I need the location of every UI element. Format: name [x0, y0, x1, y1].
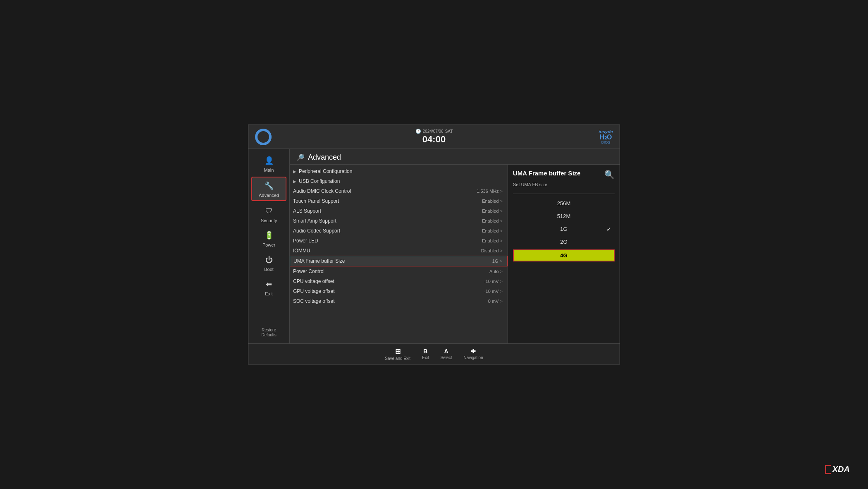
menu-item-als[interactable]: ALS Support Enabled — [290, 206, 508, 216]
exit-key: B — [423, 348, 427, 355]
sidebar-bottom: RestoreDefaults — [260, 325, 278, 340]
logo-circle — [255, 129, 272, 145]
option-label: 512M — [557, 213, 571, 219]
navigation-key: ✚ — [471, 348, 476, 355]
menu-item-value: Enabled — [482, 209, 503, 213]
select-key: A — [444, 348, 448, 355]
menu-item-power-control[interactable]: Power Control Auto — [290, 266, 508, 276]
menu-item-value: Enabled — [482, 228, 503, 233]
boot-icon: ⏻ — [263, 254, 275, 266]
menu-item-name: SOC voltage offset — [293, 298, 488, 304]
header: 🕐 2024/07/06 SAT 04:00 insyde H₂O BIOS — [248, 125, 620, 149]
section-title: Advanced — [308, 153, 341, 162]
menu-item-name: Smart Amp Support — [293, 218, 482, 224]
menu-item-soc-voltage[interactable]: SOC voltage offset 0 mV — [290, 296, 508, 306]
menu-item-name: UMA Frame buffer Size — [293, 258, 492, 264]
menu-item-name: USB Configuration — [299, 178, 503, 184]
menu-item-uma[interactable]: UMA Frame buffer Size 1G — [290, 256, 508, 266]
right-panel: UMA Frame buffer Size 🔍 Set UMA FB size … — [508, 165, 620, 343]
restore-defaults[interactable]: RestoreDefaults — [261, 328, 277, 338]
header-date: 🕐 2024/07/06 SAT — [415, 129, 453, 134]
sidebar-label-exit: Exit — [265, 291, 272, 296]
sidebar-item-power[interactable]: 🔋 Power — [251, 227, 286, 250]
security-icon: 🛡 — [263, 205, 275, 217]
logo-inner — [258, 131, 269, 143]
menu-item-usb[interactable]: ▶ USB Configuration — [290, 176, 508, 186]
sidebar-label-advanced: Advanced — [259, 193, 279, 198]
menu-item-value: 1G — [492, 259, 502, 264]
day-value: SAT — [445, 129, 453, 134]
menu-item-iommu[interactable]: IOMMU Disabled — [290, 246, 508, 256]
h2o-text: H₂O — [600, 134, 612, 141]
option-list: 256M 512M 1G ✓ 2G 4G — [513, 198, 615, 261]
header-center: 🕐 2024/07/06 SAT 04:00 — [415, 129, 453, 145]
menu-panel-split: ▶ Peripheral Configuration ▶ USB Configu… — [290, 165, 620, 343]
menu-item-smart-amp[interactable]: Smart Amp Support Enabled — [290, 216, 508, 226]
sidebar: 👤 Main 🔧 Advanced 🛡 Security 🔋 Power ⏻ B… — [248, 149, 290, 343]
option-1g[interactable]: 1G ✓ — [513, 224, 615, 234]
footer-save-exit[interactable]: ⊞ Save and Exit — [385, 348, 410, 361]
arrow-icon: ▶ — [293, 169, 296, 174]
sidebar-item-main[interactable]: 👤 Main — [251, 152, 286, 175]
sidebar-label-boot: Boot — [264, 267, 274, 272]
navigation-label: Navigation — [463, 355, 483, 360]
option-label: 4G — [560, 252, 567, 259]
option-4g[interactable]: 4G — [513, 249, 615, 261]
menu-item-value: Enabled — [482, 199, 503, 204]
option-256m[interactable]: 256M — [513, 198, 615, 209]
main-content: 👤 Main 🔧 Advanced 🛡 Security 🔋 Power ⏻ B… — [248, 149, 620, 343]
check-mark: ✓ — [606, 226, 611, 233]
menu-item-value: Enabled — [482, 218, 503, 223]
menu-item-name: Audio Codec Support — [293, 228, 482, 234]
option-2g[interactable]: 2G — [513, 237, 615, 247]
sidebar-label-security: Security — [261, 218, 277, 223]
menu-item-audio-dmic[interactable]: Audio DMIC Clock Control 1.536 MHz — [290, 186, 508, 196]
panel-title: UMA Frame buffer Size — [513, 170, 601, 177]
menu-item-name: Power Control — [293, 268, 489, 274]
header-time: 04:00 — [422, 134, 446, 145]
sidebar-item-security[interactable]: 🛡 Security — [251, 203, 286, 225]
footer-select[interactable]: A Select — [441, 348, 452, 360]
section-icon: 🔎 — [296, 153, 305, 161]
option-label: 1G — [560, 226, 567, 232]
panel-divider — [513, 194, 615, 194]
menu-item-name: GPU voltage offset — [293, 288, 484, 294]
sidebar-label-power: Power — [262, 242, 275, 247]
menu-item-name: IOMMU — [293, 248, 481, 254]
menu-item-value: -10 mV — [484, 289, 503, 294]
menu-item-audio-codec[interactable]: Audio Codec Support Enabled — [290, 226, 508, 236]
panel-title-row: UMA Frame buffer Size 🔍 — [513, 170, 615, 180]
sidebar-item-boot[interactable]: ⏻ Boot — [251, 252, 286, 274]
save-exit-label: Save and Exit — [385, 356, 410, 361]
clock-icon: 🕐 — [415, 129, 421, 134]
menu-item-name: Audio DMIC Clock Control — [293, 188, 477, 194]
bios-screen: 🕐 2024/07/06 SAT 04:00 insyde H₂O BIOS 👤… — [248, 125, 620, 364]
menu-item-peripheral[interactable]: ▶ Peripheral Configuration — [290, 166, 508, 176]
select-label: Select — [441, 355, 452, 360]
menu-item-power-led[interactable]: Power LED Enabled — [290, 236, 508, 246]
menu-item-gpu-voltage[interactable]: GPU voltage offset -10 mV — [290, 286, 508, 296]
date-value: 2024/07/06 — [423, 129, 444, 134]
power-icon: 🔋 — [263, 230, 275, 241]
insyde-logo: insyde H₂O BIOS — [599, 129, 613, 144]
section-header: 🔎 Advanced — [290, 149, 620, 165]
advanced-icon: 🔧 — [263, 180, 275, 192]
panel-subtitle: Set UMA FB size — [513, 182, 615, 187]
panel-icon: 🔍 — [604, 170, 615, 180]
xda-text: XDA — [832, 465, 850, 474]
footer: ⊞ Save and Exit B Exit A Select ✚ Naviga… — [248, 343, 620, 364]
menu-item-cpu-voltage[interactable]: CPU voltage offset -10 mV — [290, 276, 508, 286]
sidebar-item-advanced[interactable]: 🔧 Advanced — [251, 177, 286, 201]
footer-exit[interactable]: B Exit — [422, 348, 429, 360]
xda-bracket — [825, 465, 831, 474]
footer-navigation[interactable]: ✚ Navigation — [463, 348, 483, 360]
arrow-icon: ▶ — [293, 179, 296, 184]
bios-text: BIOS — [601, 141, 610, 144]
exit-icon: ⬅ — [263, 278, 275, 290]
sidebar-item-exit[interactable]: ⬅ Exit — [251, 276, 286, 299]
menu-item-value: Disabled — [481, 248, 503, 253]
menu-item-name: Touch Panel Support — [293, 198, 482, 204]
menu-item-value: 1.536 MHz — [477, 189, 503, 194]
option-512m[interactable]: 512M — [513, 211, 615, 221]
menu-item-touch[interactable]: Touch Panel Support Enabled — [290, 196, 508, 206]
